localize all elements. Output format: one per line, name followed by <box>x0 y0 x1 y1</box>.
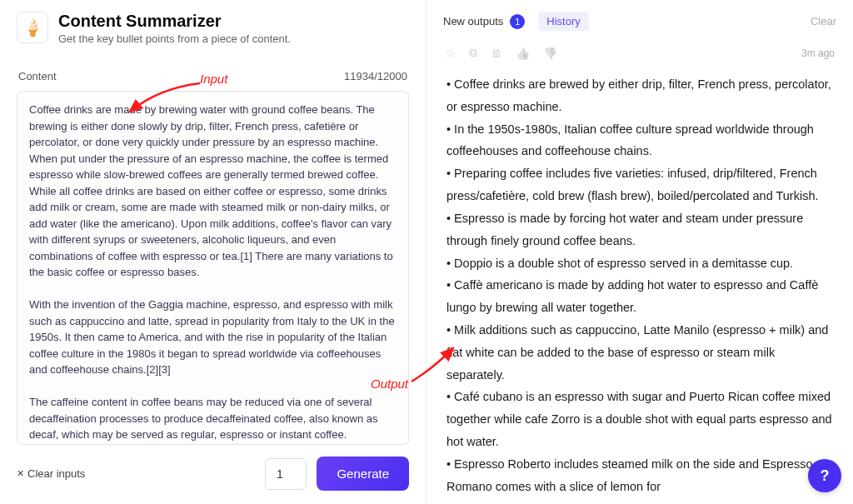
right-panel: New outputs 1 History Clear ☆ ⧉ 🗎 👍 👎 3m… <box>426 0 853 504</box>
tab-new-label: New outputs <box>443 15 503 27</box>
content-input-wrapper <box>17 91 409 445</box>
output-action-row: ☆ ⧉ 🗎 👍 👎 3m ago <box>426 37 853 68</box>
tab-new-outputs[interactable]: New outputs 1 <box>443 14 525 29</box>
thumbs-up-icon[interactable]: 👍 <box>516 47 530 60</box>
thumbs-down-icon[interactable]: 👎 <box>543 47 557 60</box>
star-icon[interactable]: ☆ <box>445 47 456 60</box>
help-button[interactable]: ? <box>808 459 841 492</box>
content-label-row: Content 11934/12000 <box>0 53 426 87</box>
content-counter: 11934/12000 <box>344 70 407 82</box>
page-subtitle: Get the key bullet points from a piece o… <box>58 32 291 45</box>
tool-header: 🍦 Content Summarizer Get the key bullet … <box>0 0 426 53</box>
new-outputs-badge: 1 <box>510 14 525 29</box>
tool-icon: 🍦 <box>17 12 48 43</box>
doc-icon[interactable]: 🗎 <box>491 47 502 60</box>
copy-icon[interactable]: ⧉ <box>469 46 477 60</box>
clear-inputs-button[interactable]: Clear inputs <box>17 467 85 480</box>
output-count-input[interactable] <box>265 458 307 490</box>
content-label: Content <box>18 70 57 82</box>
tab-history[interactable]: History <box>538 12 588 31</box>
generate-button[interactable]: Generate <box>317 457 409 491</box>
left-panel: 🍦 Content Summarizer Get the key bullet … <box>0 0 426 504</box>
clear-outputs-button[interactable]: Clear <box>811 15 836 27</box>
left-footer: Clear inputs Generate <box>0 445 426 504</box>
output-timestamp: 3m ago <box>801 47 835 59</box>
content-textarea[interactable] <box>17 92 408 444</box>
output-tabs: New outputs 1 History Clear <box>426 0 853 37</box>
output-text: • Coffee drinks are brewed by either dri… <box>426 68 853 504</box>
page-title: Content Summarizer <box>58 12 291 31</box>
